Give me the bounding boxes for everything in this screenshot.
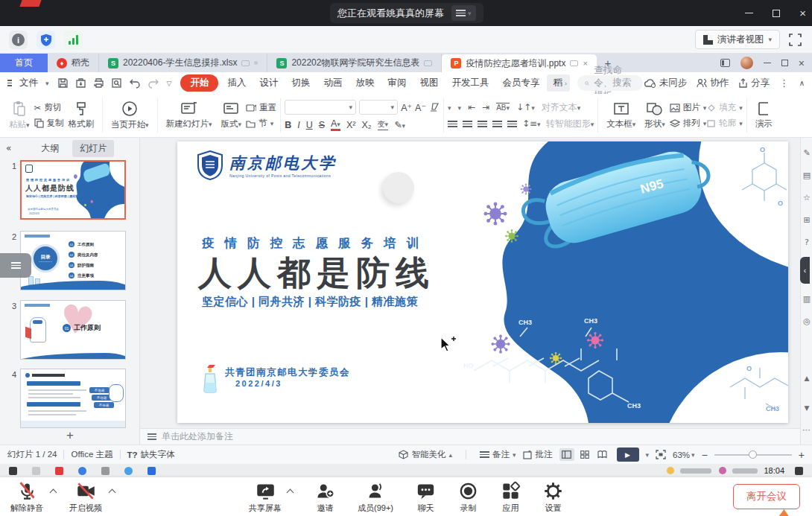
- print-preview-icon[interactable]: [111, 77, 122, 89]
- slides-tab[interactable]: 幻灯片: [72, 140, 114, 157]
- increase-indent-button[interactable]: ⇥: [482, 102, 489, 112]
- tab-doc-xlsx[interactable]: S 20220406-学生信息摸排.xlsx: [99, 54, 267, 72]
- align-left-icon[interactable]: [448, 121, 457, 127]
- scroll-up-icon[interactable]: ▲: [801, 375, 812, 382]
- theme-label[interactable]: Office 主题: [71, 449, 112, 460]
- highlight-button[interactable]: ✎▾: [394, 119, 405, 130]
- menu-member[interactable]: 会员专享: [496, 74, 545, 92]
- comments-button[interactable]: 批注: [523, 449, 553, 460]
- collapse-ribbon-icon[interactable]: ∧: [799, 79, 805, 87]
- font-increase-button[interactable]: A⁺: [401, 102, 412, 113]
- underline-button[interactable]: U: [306, 120, 313, 130]
- menu-insert[interactable]: 插入: [221, 74, 252, 92]
- customize-qat-icon[interactable]: ▽: [166, 80, 171, 87]
- properties-icon[interactable]: ▤: [801, 171, 812, 180]
- editing-canvas[interactable]: N95 HO CH3 CH3 CH3 O O O CH3: [140, 138, 800, 428]
- tab-doc-pptx[interactable]: P 疫情防控志愿者培训.pptx ×: [442, 54, 596, 72]
- output-icon[interactable]: [75, 77, 86, 89]
- apps-button[interactable]: 应用: [501, 481, 521, 514]
- banner-menu-button[interactable]: ▾: [451, 5, 476, 21]
- zoom-in-button[interactable]: +: [799, 449, 805, 461]
- textbox-button[interactable]: 文本框▾: [602, 101, 640, 130]
- paste-button[interactable]: 粘贴▾: [4, 101, 34, 130]
- slideshow-play-button[interactable]: ▶: [617, 447, 639, 462]
- share-options-chevron[interactable]: [287, 489, 294, 497]
- collapse-panel-icon[interactable]: «: [6, 143, 11, 153]
- clear-format-icon[interactable]: [429, 103, 440, 112]
- bullet-list-button[interactable]: ▾: [448, 102, 451, 112]
- taskbar-app-icon[interactable]: [78, 467, 86, 475]
- sync-status-button[interactable]: 未同步: [644, 77, 688, 89]
- invite-button[interactable]: 邀请: [315, 481, 335, 514]
- tray-icon[interactable]: [795, 467, 803, 475]
- record-button[interactable]: 录制: [458, 481, 478, 514]
- settings-button[interactable]: 设置: [543, 481, 563, 514]
- decrease-indent-button[interactable]: ⇤: [468, 102, 475, 112]
- command-search-input[interactable]: 查找命令、搜索模板: [577, 75, 642, 91]
- wps-minimize-button[interactable]: [764, 63, 771, 63]
- tray-icon[interactable]: [667, 467, 674, 474]
- taskbar-app-icon[interactable]: [9, 467, 17, 475]
- notes-toggle-button[interactable]: 备注 ▾: [480, 449, 516, 460]
- menu-slideshow[interactable]: 放映: [349, 74, 380, 92]
- save-icon[interactable]: [57, 77, 69, 89]
- speaker-view-button[interactable]: 演讲者视图 ▾: [695, 30, 780, 49]
- add-slide-button[interactable]: +: [0, 428, 140, 443]
- section-button[interactable]: 节▾: [246, 118, 276, 129]
- fullscreen-icon[interactable]: [789, 34, 802, 46]
- taskbar-app-icon[interactable]: [32, 467, 40, 475]
- shapes-button[interactable]: 形状▾: [640, 101, 670, 130]
- arrange-button[interactable]: 排列▾: [670, 118, 707, 129]
- align-right-icon[interactable]: [478, 121, 487, 127]
- zoom-slider[interactable]: [714, 454, 792, 456]
- print-icon[interactable]: [93, 77, 104, 89]
- menu-home[interactable]: 开始: [180, 74, 218, 92]
- ink-pen-icon[interactable]: ✎: [801, 148, 812, 158]
- menu-animation[interactable]: 动画: [317, 74, 348, 92]
- vertical-text-button[interactable]: ↓↑▾: [516, 102, 535, 112]
- copy-button[interactable]: 复制: [34, 118, 64, 129]
- network-quality-button[interactable]: [64, 31, 83, 49]
- menu-transition[interactable]: 切换: [285, 74, 316, 92]
- numbered-list-button[interactable]: ▾: [458, 102, 462, 112]
- bold-button[interactable]: B: [285, 120, 291, 130]
- zoom-slider-knob[interactable]: [749, 450, 757, 459]
- play-options-icon[interactable]: ▾: [646, 451, 650, 459]
- help-icon[interactable]: ?: [801, 238, 812, 247]
- tab-home[interactable]: 首页: [0, 54, 48, 72]
- window-maximize-button[interactable]: [773, 10, 780, 17]
- menu-file[interactable]: 文件: [13, 74, 44, 92]
- menu-devtools[interactable]: 开发工具: [445, 74, 495, 92]
- menu-view[interactable]: 视图: [413, 74, 444, 92]
- undo-icon[interactable]: [129, 78, 141, 89]
- format-painter-button[interactable]: 格式刷: [64, 101, 99, 130]
- distribute-icon[interactable]: [507, 121, 517, 127]
- taskbar-app-icon[interactable]: [101, 467, 110, 475]
- notes-bar[interactable]: 单击此处添加备注: [140, 428, 800, 445]
- font-decrease-button[interactable]: A⁻: [415, 102, 426, 113]
- main-menu-icon[interactable]: [7, 80, 12, 86]
- share-button[interactable]: 分享: [738, 77, 770, 89]
- tab-doc-xlsx2[interactable]: S 202202物联网学院研究生信息表: [267, 54, 442, 72]
- missing-font-label[interactable]: 缺失字体: [141, 449, 175, 460]
- subscript-button[interactable]: X₂: [361, 120, 371, 130]
- fill-button[interactable]: 填充▾: [706, 102, 743, 113]
- zoom-level-button[interactable]: 63% ▾: [673, 450, 695, 459]
- menu-design[interactable]: 设计: [253, 74, 284, 92]
- redo-icon[interactable]: [148, 78, 159, 89]
- taskbar-app-icon[interactable]: [55, 467, 63, 475]
- align-center-icon[interactable]: [463, 121, 472, 127]
- cut-button[interactable]: ✂剪切: [34, 102, 64, 113]
- slide-thumbnail-3[interactable]: ♥ 01 工作原则: [20, 300, 126, 360]
- tray-icon[interactable]: [719, 467, 726, 474]
- reset-slide-button[interactable]: 重置: [246, 102, 276, 113]
- menu-review[interactable]: 审阅: [381, 74, 412, 92]
- taskbar-app-icon[interactable]: [124, 467, 133, 475]
- italic-button[interactable]: I: [297, 120, 299, 130]
- favorites-star-icon[interactable]: ☆: [801, 193, 812, 203]
- collapse-sidebar-tab[interactable]: ‹: [800, 257, 810, 284]
- reading-view-button[interactable]: [595, 448, 610, 461]
- slide-thumbnail-1[interactable]: 疫情防控志愿服务培训 人人都是防线 坚定信心 | 同舟共济 | 科学防疫 | 精…: [20, 160, 126, 220]
- justify-icon[interactable]: [492, 121, 502, 127]
- normal-view-button[interactable]: [559, 448, 574, 461]
